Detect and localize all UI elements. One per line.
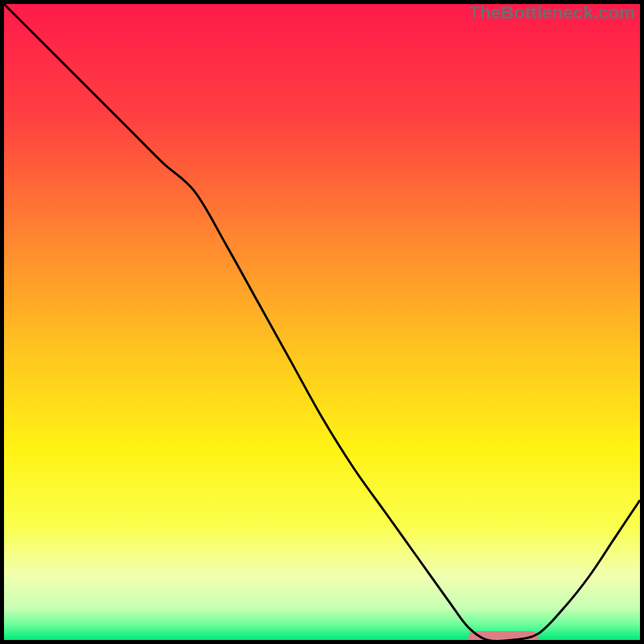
chart-frame: TheBottleneck.com: [0, 0, 644, 644]
watermark-label: TheBottleneck.com: [469, 2, 635, 22]
bottleneck-chart: [4, 4, 640, 640]
